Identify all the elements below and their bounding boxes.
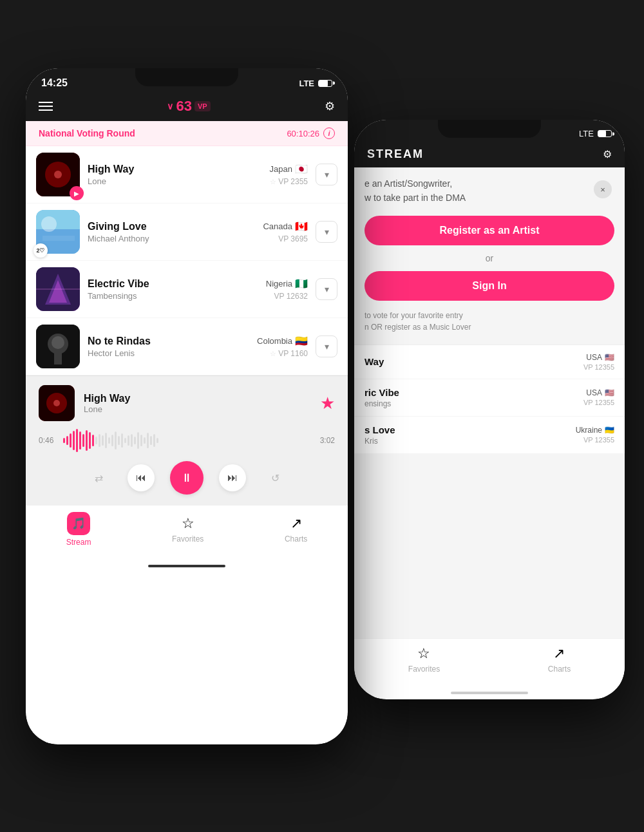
voting-banner: National Voting Round 60:10:26 i: [26, 121, 348, 146]
country-2: USA 🇺🇸: [583, 388, 614, 397]
tab-stream[interactable]: 🎵 Stream: [66, 512, 91, 547]
vp-badge: VP: [194, 101, 211, 111]
favorites-tab-label-2: Favorites: [408, 665, 440, 674]
bottom-tabs-2: ☆ Favorites ↗ Charts: [354, 638, 625, 686]
song-item-givinglove[interactable]: 2♡ Giving Love Michael Anthony Canada 🇨🇦…: [26, 203, 348, 261]
country-name: Canada: [263, 222, 292, 231]
stream-tab-label: Stream: [66, 538, 91, 547]
dropdown-button[interactable]: ▾: [316, 278, 337, 300]
country-label: Colombia 🇨🇴: [257, 335, 308, 347]
song-item-highway[interactable]: ▶ High Way Lone Japan 🇯🇵 ☆ VP 2355: [26, 146, 348, 203]
voting-label: National Voting Round: [39, 128, 135, 138]
notch-2: [438, 120, 541, 138]
song-artist: Hector Lenis: [88, 348, 249, 358]
pause-button[interactable]: ⏸: [170, 461, 204, 495]
vp-count: ☆ VP 2355: [270, 177, 308, 186]
header-title: ∨ 63 VP: [167, 98, 210, 115]
vp-2: VP 12355: [583, 363, 614, 371]
charts-tab-label: Charts: [285, 534, 307, 544]
menu-button[interactable]: [39, 102, 53, 111]
modal-content: e an Artist/Songwriter, w to take part i…: [354, 167, 625, 339]
charts-tab-icon: ↗: [290, 515, 302, 532]
home-bar: [148, 565, 225, 567]
mini-player: High Way Lone ★ 0:46: [26, 375, 348, 505]
prev-button[interactable]: ⏮: [128, 464, 155, 491]
song-title: High Way: [88, 164, 262, 175]
modal-or-text: or: [365, 253, 614, 263]
stream-tab-icon: 🎵: [67, 512, 90, 535]
country-label: Japan 🇯🇵: [270, 163, 308, 175]
song-artist: Michael Anthony: [88, 234, 255, 243]
song-item-slove[interactable]: s Love Kris Ukraine 🇺🇦 VP 12355: [354, 417, 625, 454]
status-time: 14:25: [41, 77, 68, 89]
top-bar-2: STREAM ⚙: [354, 142, 625, 167]
star-icon: ☆: [270, 350, 276, 358]
info-icon[interactable]: i: [323, 128, 335, 139]
flag-2: 🇺🇸: [605, 388, 614, 397]
vp-count: VP 3695: [263, 234, 308, 243]
song-thumb-norindas: [36, 325, 80, 368]
shuffle-button[interactable]: ⇄: [85, 464, 112, 491]
home-indicator-2: [354, 686, 625, 699]
waveform[interactable]: [63, 429, 310, 452]
settings-icon[interactable]: ⚙: [325, 99, 335, 113]
dropdown-button[interactable]: ▾: [316, 221, 337, 243]
vp-2: VP 12355: [583, 399, 614, 406]
song-thumb-highway: ▶: [36, 153, 80, 196]
flag-icon: 🇨🇴: [295, 335, 308, 347]
repeat-button[interactable]: ↺: [261, 464, 289, 491]
playback-controls: ⇄ ⏮ ⏸ ⏭ ↺: [39, 461, 335, 495]
sign-in-button[interactable]: Sign In: [365, 271, 614, 301]
song-thumb-givinglove: 2♡: [36, 210, 80, 254]
song-list-2: Way USA 🇺🇸 VP 12355: [354, 345, 625, 454]
song-item-way[interactable]: Way USA 🇺🇸 VP 12355: [354, 345, 625, 379]
signal-text-2: LTE: [579, 129, 594, 138]
next-button[interactable]: ⏭: [219, 464, 246, 491]
modal-close-button[interactable]: ×: [594, 180, 612, 198]
tab-favorites-2[interactable]: ☆ Favorites: [408, 645, 440, 674]
battery-icon: [318, 80, 332, 87]
tab-favorites[interactable]: ☆ Favorites: [172, 515, 204, 544]
svg-point-5: [41, 216, 57, 232]
song-artist: Tambensings: [88, 291, 258, 301]
favorites-tab-icon: ☆: [182, 515, 194, 532]
bottom-tabs-1: 🎵 Stream ☆ Favorites ↗ Charts: [26, 505, 348, 560]
svg-rect-14: [54, 353, 62, 364]
song-artist-2: Kris: [365, 437, 576, 446]
top-bar-1: ∨ 63 VP ⚙: [26, 93, 348, 121]
waveform-container: 0:46: [39, 429, 335, 452]
vp-count: VP 12632: [266, 292, 308, 301]
song-title-2: s Love: [365, 424, 576, 435]
mini-info: High Way Lone: [84, 393, 311, 414]
star-icon: ☆: [270, 178, 276, 186]
country-name: Japan: [270, 164, 292, 174]
register-artist-button[interactable]: Register as an Artist: [365, 216, 614, 245]
phone-1: 14:25 LTE ∨ 63 VP ⚙: [26, 68, 348, 744]
vp-value: VP 12632: [274, 292, 308, 301]
flag-icon: 🇨🇦: [295, 220, 308, 232]
song-item-electricvibe[interactable]: Electric Vibe Tambensings Nigeria 🇳🇬 VP …: [26, 261, 348, 318]
song-item-ric[interactable]: ric Vibe ensings USA 🇺🇸 VP 12355: [354, 379, 625, 417]
battery-icon-2: [598, 130, 612, 137]
vp-2: VP 12355: [576, 436, 614, 444]
flag-2: 🇺🇦: [605, 426, 614, 435]
country-label: Nigeria 🇳🇬: [266, 278, 308, 290]
dropdown-button[interactable]: ▾: [316, 164, 337, 185]
song-item-norindas[interactable]: No te Rindas Hector Lenis Colombia 🇨🇴 ☆ …: [26, 318, 348, 375]
song-list: ▶ High Way Lone Japan 🇯🇵 ☆ VP 2355: [26, 146, 348, 375]
song-title-2: Way: [365, 356, 583, 367]
song-meta-norindas: Colombia 🇨🇴 ☆ VP 1160: [257, 335, 308, 358]
tab-charts-2[interactable]: ↗ Charts: [548, 645, 571, 674]
tab-charts[interactable]: ↗ Charts: [285, 515, 307, 544]
favorite-star-icon[interactable]: ★: [320, 393, 335, 413]
song-title: Electric Vibe: [88, 278, 258, 290]
dropdown-button[interactable]: ▾: [316, 336, 337, 357]
modal-overlay: × e an Artist/Songwriter, w to take part…: [354, 167, 625, 638]
vp-value: VP 3695: [278, 234, 308, 243]
flag-2: 🇺🇸: [605, 353, 614, 362]
modal-text-1: e an Artist/Songwriter, w to take part i…: [365, 176, 614, 205]
charts-tab-label-2: Charts: [548, 665, 571, 674]
vp-count: ☆ VP 1160: [257, 349, 308, 358]
settings-icon-2[interactable]: ⚙: [603, 148, 612, 160]
num-badge: 2♡: [33, 243, 48, 258]
